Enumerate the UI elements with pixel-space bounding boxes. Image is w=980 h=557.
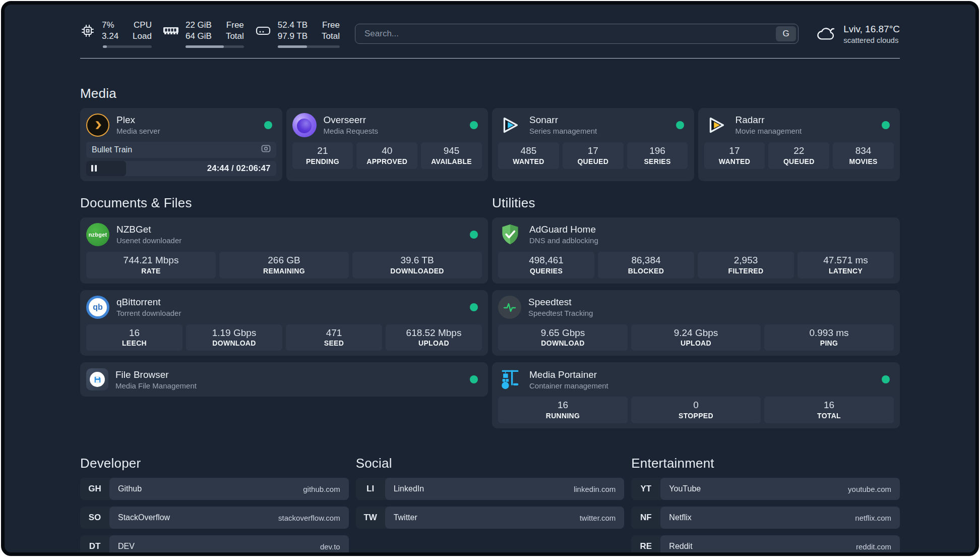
search-bar: G xyxy=(355,24,799,44)
cpu-progress-track xyxy=(103,45,152,48)
link-tag: YT xyxy=(631,478,660,500)
load-label: Load xyxy=(133,31,152,42)
nzbget-icon: nzbget xyxy=(86,223,109,246)
status-online-dot xyxy=(470,231,478,239)
app-subtitle: Movie management xyxy=(736,127,802,135)
app-name: File Browser xyxy=(115,369,197,380)
link-github[interactable]: GH Githubgithub.com xyxy=(80,478,349,500)
link-name: YouTube xyxy=(669,484,701,493)
disk-total-label: Total xyxy=(322,31,340,42)
link-name: Reddit xyxy=(669,542,692,551)
status-online-dot xyxy=(470,303,478,311)
documents-section-title: Documents & Files xyxy=(80,195,488,211)
app-name: qBittorrent xyxy=(116,297,181,308)
stat-tile: 498,461QUERIES xyxy=(498,252,594,278)
link-reddit[interactable]: RE Redditreddit.com xyxy=(631,535,900,556)
status-online-dot xyxy=(882,121,890,129)
disk-free: 52.4 TB xyxy=(278,20,308,31)
app-subtitle: Media server xyxy=(116,127,160,135)
weather-condition: scattered clouds xyxy=(843,36,900,44)
status-online-dot xyxy=(470,121,478,129)
plex-icon xyxy=(86,114,109,137)
stat-tile: 485WANTED xyxy=(498,142,559,169)
stat-tile: 618.52 MbpsUPLOAD xyxy=(386,324,482,351)
app-name: Media Portainer xyxy=(529,369,608,380)
app-name: Plex xyxy=(116,115,160,126)
plex-card[interactable]: Plex Media server Bullet Train xyxy=(80,108,282,181)
pause-icon[interactable] xyxy=(91,165,97,172)
app-subtitle: DNS and adblocking xyxy=(529,236,598,245)
app-name: Overseerr xyxy=(324,115,378,126)
disk-progress-track xyxy=(278,45,340,48)
filebrowser-card[interactable]: File Browser Media File Management xyxy=(80,362,488,397)
stat-tile: 86,384BLOCKED xyxy=(598,252,694,278)
overseerr-icon xyxy=(292,113,317,137)
entertainment-section-title: Entertainment xyxy=(631,456,900,471)
cloud-icon xyxy=(816,26,837,42)
section-social: Social LI LinkedInlinkedin.com TW Twitte… xyxy=(356,456,625,556)
ram-free: 22 GiB xyxy=(186,20,212,31)
dashboard-window: 7%3.24 CPULoad 22 GiB64 GiB FreeTotal xyxy=(1,1,979,556)
stat-tile: 16TOTAL xyxy=(764,397,894,423)
qbittorrent-card[interactable]: qb qBittorrent Torrent downloader 16LEEC… xyxy=(80,290,488,356)
overseerr-card[interactable]: Overseerr Media Requests 21PENDING 40APP… xyxy=(286,108,488,181)
stat-tile: 40APPROVED xyxy=(356,142,417,169)
status-online-dot xyxy=(264,121,272,129)
link-name: DEV xyxy=(118,542,135,551)
radarr-icon xyxy=(704,113,728,137)
disk-total: 97.9 TB xyxy=(278,31,308,42)
app-subtitle: Speedtest Tracking xyxy=(528,309,593,317)
link-name: LinkedIn xyxy=(394,484,424,493)
stat-tile: 266 GBREMAINING xyxy=(219,252,349,278)
portainer-icon xyxy=(498,367,522,392)
stat-tile: 22QUEUED xyxy=(768,142,829,169)
nzbget-card[interactable]: nzbget NZBGet Usenet downloader 744.21 M… xyxy=(80,217,488,284)
portainer-card[interactable]: Media Portainer Container management 16R… xyxy=(492,362,900,428)
link-twitter[interactable]: TW Twittertwitter.com xyxy=(356,507,625,529)
link-dev[interactable]: DT DEVdev.to xyxy=(80,535,349,556)
cpu-load-value: 3.24 xyxy=(102,31,118,42)
app-name: NZBGet xyxy=(116,224,181,235)
stat-tile: 1.19 GbpsDOWNLOAD xyxy=(186,324,282,351)
ram-total: 64 GiB xyxy=(186,31,212,42)
link-youtube[interactable]: YT YouTubeyoutube.com xyxy=(631,478,900,500)
app-name: Sonarr xyxy=(529,115,597,126)
stat-tile: 17WANTED xyxy=(704,142,765,169)
disk-free-label: Free xyxy=(322,20,340,31)
header-divider xyxy=(80,58,900,59)
disk-progress-fill xyxy=(278,45,307,48)
search-input[interactable] xyxy=(355,29,776,39)
app-subtitle: Container management xyxy=(529,381,608,390)
sonarr-card[interactable]: Sonarr Series management 485WANTED 17QUE… xyxy=(492,108,694,181)
utilities-section-title: Utilities xyxy=(492,195,900,211)
speedtest-card[interactable]: Speedtest Speedtest Tracking 9.65 GbpsDO… xyxy=(492,290,900,356)
ram-icon xyxy=(163,25,179,37)
radarr-card[interactable]: Radarr Movie management 17WANTED 22QUEUE… xyxy=(698,108,900,181)
link-stackoverflow[interactable]: SO StackOverflowstackoverflow.com xyxy=(80,507,349,529)
weather-location: Lviv, 16.87°C xyxy=(843,23,900,36)
speedtest-icon xyxy=(498,296,521,319)
link-name: StackOverflow xyxy=(118,513,170,522)
cpu-percent: 7% xyxy=(102,20,118,31)
link-tag: RE xyxy=(631,535,660,556)
cpu-icon xyxy=(80,23,95,38)
weather-widget: Lviv, 16.87°C scattered clouds xyxy=(816,23,900,44)
link-linkedin[interactable]: LI LinkedInlinkedin.com xyxy=(356,478,625,500)
stat-tile: 196SERIES xyxy=(627,142,688,169)
section-developer: Developer GH Githubgithub.com SO StackOv… xyxy=(80,456,349,556)
stat-tile: 9.65 GbpsDOWNLOAD xyxy=(498,324,628,351)
playback-time: 24:44 / 02:06:47 xyxy=(207,163,276,174)
playback-progress-bar[interactable]: 24:44 / 02:06:47 xyxy=(86,161,276,176)
stat-tile: 16RUNNING xyxy=(498,397,628,423)
search-provider-button[interactable]: G xyxy=(776,26,796,41)
stat-tile: 47.571 msLATENCY xyxy=(798,252,894,278)
now-playing-widget: Bullet Train 24:44 / 02:06:47 xyxy=(86,142,276,176)
social-section-title: Social xyxy=(356,456,625,471)
link-tag: DT xyxy=(80,535,109,556)
stat-tile: 471SEED xyxy=(286,324,382,351)
link-netflix[interactable]: NF Netflixnetflix.com xyxy=(631,507,900,529)
now-playing-title: Bullet Train xyxy=(92,145,132,154)
adguard-card[interactable]: AdGuard Home DNS and adblocking 498,461Q… xyxy=(492,217,900,284)
now-playing-view-icon[interactable] xyxy=(261,145,271,154)
link-tag: SO xyxy=(80,507,109,529)
